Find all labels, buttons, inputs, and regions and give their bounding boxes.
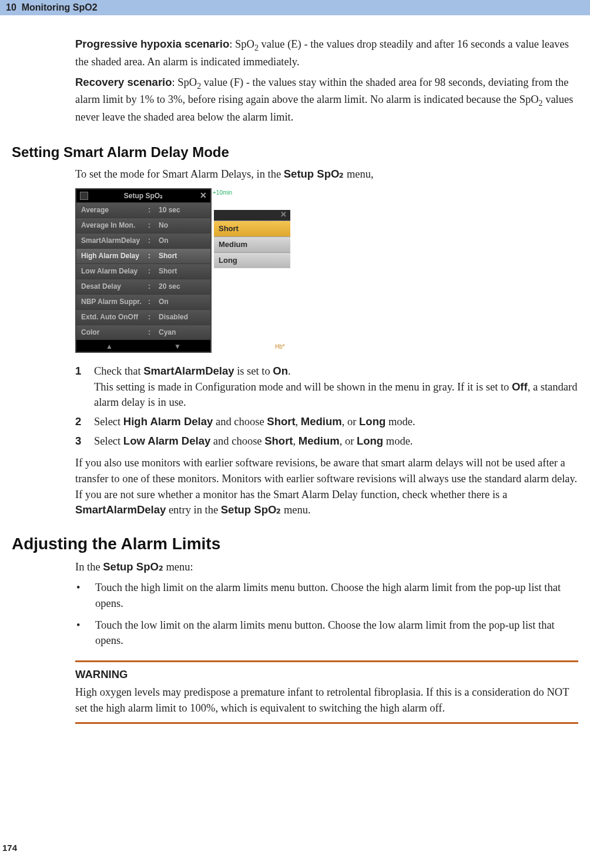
intro-p1-bold: Progressive hypoxia scenario xyxy=(75,38,229,50)
subscript-2: 2 xyxy=(539,99,543,108)
dropdown-option-long[interactable]: Long xyxy=(214,252,290,268)
bullet-icon: • xyxy=(75,580,95,612)
page-number: 174 xyxy=(2,843,17,853)
t: . xyxy=(288,365,291,377)
warning-block: WARNING High oxygen levels may predispos… xyxy=(75,660,578,724)
t: mode. xyxy=(385,416,415,428)
menu-row-label: Average In Mon. xyxy=(81,221,146,229)
menu-title-text: Setup SpO₂ xyxy=(124,192,163,200)
step-1: 1 Check that SmartAlarmDelay is set to O… xyxy=(75,363,578,410)
section1-lead-c: menu, xyxy=(344,168,373,180)
t: Setup SpO₂ xyxy=(103,560,163,573)
warning-title: WARNING xyxy=(75,668,578,681)
bullet-text: Touch the low limit on the alarm limits … xyxy=(95,617,578,649)
section2-heading: Adjusting the Alarm Limits xyxy=(12,535,578,553)
bullet-text: Touch the high limit on the alarm limits… xyxy=(95,580,578,612)
scroll-up-icon[interactable]: ▲ xyxy=(106,342,113,350)
dropdown-option-medium[interactable]: Medium xyxy=(214,236,290,252)
menu-row-value: 20 sec xyxy=(153,282,206,291)
t: Long xyxy=(357,435,383,447)
section1-lead-p: To set the mode for Smart Alarm Delays, … xyxy=(75,166,578,182)
page: 10 Monitoring SpO2 Progressive hypoxia s… xyxy=(0,0,590,868)
after-steps-p: If you also use monitors with earlier so… xyxy=(75,455,578,518)
intro-p2-bold: Recovery scenario xyxy=(75,76,172,88)
section2-bullets: • Touch the high limit on the alarm limi… xyxy=(75,580,578,649)
step-number: 1 xyxy=(75,363,94,410)
section1-heading: Setting Smart Alarm Delay Mode xyxy=(12,144,578,161)
t: and choose xyxy=(213,416,267,428)
menu-row-high-alarm-delay[interactable]: High Alarm Delay: Short xyxy=(76,248,210,263)
dropdown-titlebar: ✕ xyxy=(214,210,290,221)
menu-row-value: No xyxy=(153,221,206,229)
step-text: Select High Alarm Delay and choose Short… xyxy=(94,414,578,430)
menu-row-avg-in-mon[interactable]: Average In Mon.: No xyxy=(76,218,210,233)
t: Off xyxy=(512,380,528,393)
menu-row-extd-auto-onoff[interactable]: Extd. Auto OnOff: Disabled xyxy=(76,309,210,325)
t: Check that xyxy=(94,365,143,377)
t: SmartAlarmDelay xyxy=(143,365,234,377)
menu-row-nbp-alarm-suppr[interactable]: NBP Alarm Suppr.: On xyxy=(76,294,210,309)
t: , xyxy=(296,416,301,428)
intro-p2: Recovery scenario: SpO2 value (F) - the … xyxy=(75,75,578,125)
close-icon[interactable]: ✕ xyxy=(280,210,287,219)
t: Short xyxy=(264,435,293,447)
intro-paragraphs: Progressive hypoxia scenario: SpO2 value… xyxy=(75,36,578,125)
bullet-icon: • xyxy=(75,617,95,649)
dropdown-option-short[interactable]: Short xyxy=(214,221,290,236)
steps-list: 1 Check that SmartAlarmDelay is set to O… xyxy=(75,363,578,449)
intro-p1: Progressive hypoxia scenario: SpO2 value… xyxy=(75,36,578,70)
t: , or xyxy=(342,416,359,428)
section2-lead-p: In the Setup SpO₂ menu: xyxy=(75,559,578,575)
setup-menu-panel: Setup SpO₂ ✕ Average: 10 sec Average In … xyxy=(75,188,212,353)
t: Setup SpO₂ xyxy=(221,503,281,516)
after-steps-paragraph: If you also use monitors with earlier so… xyxy=(75,455,578,518)
menu-row-smartalarmdelay[interactable]: SmartAlarmDelay: On xyxy=(76,233,210,248)
chapter-title: Monitoring SpO2 xyxy=(22,2,98,12)
section1-lead-a: To set the mode for Smart Alarm Delays, … xyxy=(75,168,284,180)
t: Short xyxy=(267,415,295,428)
dropdown-panel: ✕ Short Medium Long xyxy=(214,210,290,268)
t: High Alarm Delay xyxy=(123,415,213,428)
chapter-number: 10 xyxy=(6,2,16,12)
menu-row-value: Cyan xyxy=(153,328,206,336)
menu-row-value: On xyxy=(153,298,206,306)
t: mode. xyxy=(383,435,413,447)
section2-lead: In the Setup SpO₂ menu: xyxy=(75,559,578,575)
time-badge: +10min xyxy=(213,189,290,196)
dropdown-option-label: Long xyxy=(219,256,237,265)
menu-row-label: SmartAlarmDelay xyxy=(81,236,146,245)
t: On xyxy=(273,365,288,377)
intro-p2-a: : SpO xyxy=(172,76,197,88)
menu-row-label: NBP Alarm Suppr. xyxy=(81,298,146,306)
t: , or xyxy=(340,435,357,447)
scroll-down-icon[interactable]: ▼ xyxy=(174,342,181,350)
section1-lead: To set the mode for Smart Alarm Delays, … xyxy=(75,166,578,182)
menu-row-label: Extd. Auto OnOff xyxy=(81,313,146,321)
t: entry in the xyxy=(166,504,221,516)
menu-row-average[interactable]: Average: 10 sec xyxy=(76,202,210,218)
warning-rule-bottom xyxy=(75,722,578,724)
intro-p1-a: : SpO xyxy=(229,38,254,50)
step-text: Check that SmartAlarmDelay is set to On.… xyxy=(94,363,578,410)
t: Long xyxy=(359,415,385,428)
t: Medium xyxy=(301,415,342,428)
t: Low Alarm Delay xyxy=(123,435,210,447)
step-3: 3 Select Low Alarm Delay and choose Shor… xyxy=(75,433,578,449)
menu-row-label: High Alarm Delay xyxy=(81,252,146,260)
menu-title-bar: Setup SpO₂ ✕ xyxy=(76,189,210,202)
t: menu: xyxy=(163,561,193,573)
step-text: Select Low Alarm Delay and choose Short,… xyxy=(94,433,578,449)
t: Medium xyxy=(299,435,340,447)
bullet-1: • Touch the high limit on the alarm limi… xyxy=(75,580,578,612)
bullet-2: • Touch the low limit on the alarm limit… xyxy=(75,617,578,649)
menu-row-value: Disabled xyxy=(153,313,206,321)
t: This setting is made in Configuration mo… xyxy=(94,381,512,393)
menu-row-desat-delay[interactable]: Desat Delay: 20 sec xyxy=(76,279,210,294)
menu-row-label: Average xyxy=(81,206,146,214)
menu-row-color[interactable]: Color: Cyan xyxy=(76,325,210,340)
close-icon[interactable]: ✕ xyxy=(200,191,207,200)
hb-badge: Hb* xyxy=(275,343,285,350)
section1-lead-b: Setup SpO₂ xyxy=(284,168,344,180)
warning-rule-top xyxy=(75,660,578,662)
menu-row-low-alarm-delay[interactable]: Low Alarm Delay: Short xyxy=(76,263,210,279)
